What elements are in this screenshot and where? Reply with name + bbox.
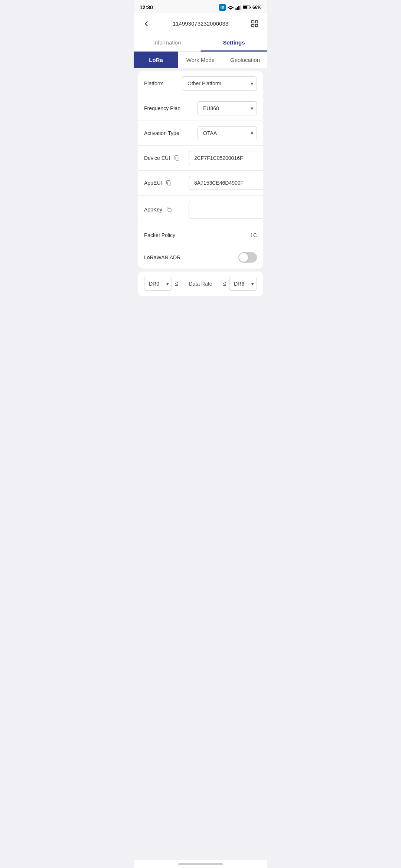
app-key-row: AppKey [138,195,263,224]
tab-settings[interactable]: Settings [200,34,267,51]
linkedin-icon: in [219,4,226,11]
packet-policy-row: Packet Policy 1C [138,224,263,246]
device-eui-value [189,151,263,165]
lte-symbol-right: ≤ [223,280,226,287]
data-rate-label: Data Rate [181,281,220,287]
app-key-copy-icon[interactable] [165,206,173,213]
app-eui-input[interactable] [189,176,263,190]
activation-type-value: OTAA ABP [189,126,257,140]
app-eui-row: AppEUI [138,171,263,195]
sub-tab-workmode[interactable]: Work Mode [178,52,223,68]
activation-type-label: Activation Type [144,130,189,136]
lorawan-adr-row: LoRaWAN ADR [138,246,263,269]
sub-tabs: LoRa Work Mode Geolocation [134,52,267,68]
svg-rect-7 [243,6,247,9]
sub-tab-lora[interactable]: LoRa [134,52,178,68]
svg-rect-10 [252,24,254,26]
lte-symbol-left: ≤ [175,280,178,287]
device-eui-input[interactable] [189,151,263,165]
platform-row: Platform Other Platform TTN ChirpStack A… [138,71,263,96]
svg-rect-3 [238,6,239,10]
battery-percent: 66% [252,5,261,10]
app-eui-label: AppEUI [144,179,189,187]
back-button[interactable] [140,17,153,30]
app-eui-value [189,176,263,190]
dr-max-select[interactable]: DR0 DR1 DR2 DR3 DR4 DR5 DR6 DR7 [229,277,257,291]
status-time: 12:30 [140,4,153,10]
top-nav: 114993073232000033 [134,13,267,34]
content-area: Platform Other Platform TTN ChirpStack A… [134,71,267,306]
device-eui-row: Device EUI [138,146,263,171]
frequency-plan-label: Frequency Plan [144,105,189,111]
lorawan-adr-toggle-wrapper [189,252,257,263]
packet-policy-label: Packet Policy [144,232,189,238]
data-rate-row: DR0 DR1 DR2 DR3 ≤ Data Rate ≤ DR0 DR1 DR… [138,272,263,296]
svg-rect-6 [250,7,251,8]
status-bar: 12:30 in 66% [134,0,267,13]
sub-tab-geolocation[interactable]: Geolocation [223,52,267,68]
dr-max-select-wrapper[interactable]: DR0 DR1 DR2 DR3 DR4 DR5 DR6 DR7 [229,277,257,291]
svg-rect-4 [240,5,241,10]
platform-select-wrapper[interactable]: Other Platform TTN ChirpStack AWS IoT [182,76,257,91]
svg-rect-8 [252,20,254,23]
svg-rect-2 [237,7,238,10]
activation-type-row: Activation Type OTAA ABP [138,121,263,146]
tab-information[interactable]: Information [134,34,200,51]
battery-icon [243,5,251,10]
settings-form-card: Platform Other Platform TTN ChirpStack A… [138,71,263,269]
frequency-plan-value: EU868 US915 AU915 AS923 [189,101,257,115]
app-key-label: AppKey [144,206,189,213]
wifi-icon [227,5,234,10]
svg-rect-14 [168,208,171,212]
main-tabs: Information Settings [134,34,267,52]
frequency-plan-row: Frequency Plan EU868 US915 AU915 AS923 [138,96,263,121]
layout-button[interactable] [248,17,261,30]
app-key-input[interactable] [189,201,263,218]
svg-rect-13 [168,182,171,185]
dr-min-select-wrapper[interactable]: DR0 DR1 DR2 DR3 [144,277,172,291]
dr-min-select[interactable]: DR0 DR1 DR2 DR3 [144,277,172,291]
svg-rect-9 [255,20,258,23]
packet-policy-value: 1C [189,232,257,238]
svg-rect-12 [176,157,179,160]
page-title: 114993073232000033 [153,20,248,27]
platform-label: Platform [144,80,177,86]
signal-icon [235,5,241,10]
svg-point-0 [230,9,231,10]
svg-rect-1 [235,8,237,10]
app-key-value [189,201,263,218]
platform-select[interactable]: Other Platform TTN ChirpStack AWS IoT [182,76,257,91]
frequency-plan-select[interactable]: EU868 US915 AU915 AS923 [198,101,257,115]
lorawan-adr-label: LoRaWAN ADR [144,254,189,260]
activation-type-select[interactable]: OTAA ABP [198,126,257,140]
lorawan-adr-toggle[interactable] [238,252,257,263]
device-eui-label: Device EUI [144,154,189,162]
status-icons: in 66% [219,4,261,11]
app-eui-copy-icon[interactable] [165,179,172,187]
svg-rect-11 [255,24,258,26]
device-eui-copy-icon[interactable] [173,154,180,162]
frequency-plan-select-wrapper[interactable]: EU868 US915 AU915 AS923 [198,101,257,115]
activation-type-select-wrapper[interactable]: OTAA ABP [198,126,257,140]
packet-policy-static: 1C [250,232,257,238]
